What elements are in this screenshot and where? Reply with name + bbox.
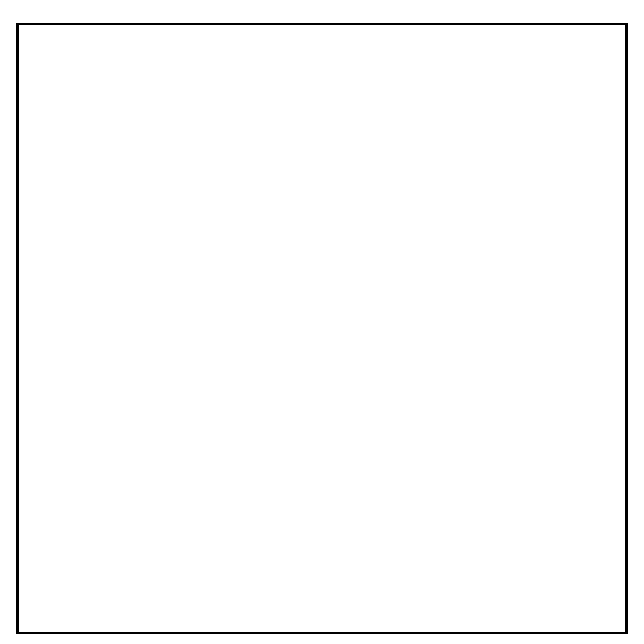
chart-container bbox=[0, 0, 644, 644]
line-curve bbox=[19, 25, 625, 632]
plot-area bbox=[16, 23, 628, 634]
